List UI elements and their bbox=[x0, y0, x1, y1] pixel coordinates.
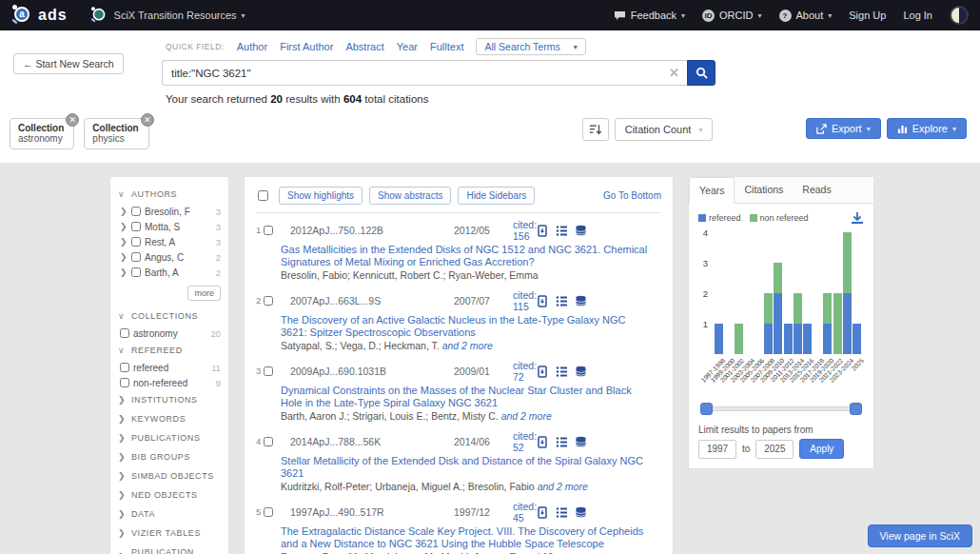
facet-item-rest-a[interactable]: ❯Rest, A3 bbox=[118, 234, 221, 249]
result-cited-link[interactable]: cited: 45 bbox=[513, 501, 537, 524]
slider-handle-min[interactable] bbox=[700, 403, 713, 415]
facet-checkbox[interactable] bbox=[120, 378, 129, 387]
citations-list-icon[interactable] bbox=[556, 225, 568, 237]
start-new-search-button[interactable]: ← Start New Search bbox=[13, 53, 124, 74]
facet-section-vizier-tables[interactable]: ❯VIZIER TABLES bbox=[118, 524, 221, 543]
citations-list-icon[interactable] bbox=[556, 506, 568, 519]
data-products-icon[interactable] bbox=[575, 436, 587, 448]
all-search-terms-select[interactable]: All Search Terms ▾ bbox=[476, 38, 585, 55]
facet-section-simbad-objects[interactable]: ❯SIMBAD OBJECTS bbox=[118, 466, 221, 485]
year-to-input[interactable] bbox=[755, 440, 794, 459]
download-icon[interactable] bbox=[851, 211, 864, 225]
chevron-expanded-icon[interactable]: ∨ bbox=[118, 311, 126, 321]
facet-section-refereed[interactable]: ∨REFEREED bbox=[118, 341, 221, 360]
chevron-right-icon[interactable]: ❯ bbox=[120, 237, 127, 247]
facet-item-astronomy[interactable]: astronomy20 bbox=[118, 326, 221, 341]
result-more-authors-link[interactable]: and 2 more bbox=[442, 340, 493, 351]
citations-list-icon[interactable] bbox=[556, 436, 568, 448]
facet-checkbox[interactable] bbox=[131, 252, 141, 262]
facet-section-authors[interactable]: ∨AUTHORS bbox=[118, 185, 221, 204]
ads-logo[interactable]: a ads bbox=[11, 5, 68, 26]
result-checkbox[interactable] bbox=[264, 226, 273, 235]
clear-search-icon[interactable]: ✕ bbox=[669, 66, 679, 80]
facet-checkbox[interactable] bbox=[131, 267, 141, 277]
slider-handle-max[interactable] bbox=[850, 403, 862, 415]
chevron-right-icon[interactable]: ❯ bbox=[118, 490, 126, 500]
quick-field-first-author[interactable]: First Author bbox=[280, 41, 333, 52]
result-more-authors-link[interactable]: and 2 more bbox=[538, 481, 588, 492]
quick-field-year[interactable]: Year bbox=[397, 41, 418, 52]
result-checkbox[interactable] bbox=[264, 296, 273, 306]
result-cited-link[interactable]: cited: 52 bbox=[513, 430, 537, 453]
result-more-authors-link[interactable]: and 2 more bbox=[501, 410, 552, 422]
chevron-right-icon[interactable]: ❯ bbox=[118, 528, 126, 538]
result-title-link[interactable]: The Discovery of an Active Galactic Nucl… bbox=[281, 314, 661, 338]
quick-field-fulltext[interactable]: Fulltext bbox=[430, 41, 463, 52]
scix-transition-menu[interactable]: SciX Transition Resources ▾ bbox=[88, 5, 245, 26]
facet-checkbox[interactable] bbox=[120, 328, 129, 338]
fulltext-sources-icon[interactable] bbox=[537, 366, 549, 378]
facet-section-collections[interactable]: ∨COLLECTIONS bbox=[118, 307, 221, 326]
sign-up-link[interactable]: Sign Up bbox=[849, 10, 886, 21]
more-authors-button[interactable]: more bbox=[187, 286, 221, 301]
hide-sidebars-button[interactable]: Hide Sidebars bbox=[458, 187, 535, 205]
facet-section-bib-groups[interactable]: ❯BIB GROUPS bbox=[118, 447, 221, 466]
facet-section-publications[interactable]: ❯PUBLICATIONS bbox=[118, 428, 221, 447]
apply-button[interactable]: Apply bbox=[799, 439, 844, 459]
facet-item-motta-s[interactable]: ❯Motta, S3 bbox=[118, 219, 221, 234]
fulltext-sources-icon[interactable] bbox=[537, 506, 549, 519]
sort-field-select[interactable]: Citation Count ▾ bbox=[615, 118, 714, 141]
tab-years[interactable]: Years bbox=[689, 177, 735, 204]
search-button[interactable] bbox=[687, 60, 715, 86]
feedback-menu[interactable]: Feedback ▾ bbox=[614, 10, 685, 21]
facet-item-non-refereed[interactable]: non-refereed9 bbox=[118, 375, 221, 390]
select-all-checkbox[interactable] bbox=[258, 190, 268, 201]
result-checkbox[interactable] bbox=[264, 507, 273, 517]
search-input[interactable] bbox=[162, 60, 687, 86]
chevron-right-icon[interactable]: ❯ bbox=[120, 252, 127, 262]
chevron-right-icon[interactable]: ❯ bbox=[118, 452, 126, 462]
orcid-menu[interactable]: iD ORCID ▾ bbox=[702, 10, 761, 22]
chevron-right-icon[interactable]: ❯ bbox=[120, 207, 127, 216]
facet-item-refereed[interactable]: refereed11 bbox=[118, 360, 221, 375]
facet-section-data[interactable]: ❯DATA bbox=[118, 505, 221, 524]
facet-checkbox[interactable] bbox=[131, 222, 141, 231]
remove-filter-icon[interactable]: ✕ bbox=[141, 113, 154, 127]
go-to-bottom-link[interactable]: Go To Bottom bbox=[603, 190, 661, 201]
chevron-right-icon[interactable]: ❯ bbox=[118, 509, 126, 519]
facet-section-ned-objects[interactable]: ❯NED OBJECTS bbox=[118, 485, 221, 505]
fulltext-sources-icon[interactable] bbox=[537, 295, 549, 307]
facet-section-keywords[interactable]: ❯KEYWORDS bbox=[118, 409, 221, 428]
year-from-input[interactable] bbox=[698, 440, 736, 459]
chevron-right-icon[interactable]: ❯ bbox=[118, 433, 126, 443]
explore-button[interactable]: Explore ▾ bbox=[887, 118, 967, 139]
about-menu[interactable]: ? About ▾ bbox=[779, 10, 833, 22]
fulltext-sources-icon[interactable] bbox=[537, 225, 549, 237]
chevron-right-icon[interactable]: ❯ bbox=[118, 414, 126, 424]
result-cited-link[interactable]: cited: 115 bbox=[513, 289, 537, 312]
facet-section-institutions[interactable]: ❯INSTITUTIONS bbox=[118, 390, 221, 409]
show-highlights-button[interactable]: Show highlights bbox=[279, 187, 363, 205]
result-cited-link[interactable]: cited: 156 bbox=[513, 219, 537, 242]
view-page-in-scix-button[interactable]: View page in SciX bbox=[868, 524, 972, 547]
facet-checkbox[interactable] bbox=[131, 207, 141, 216]
sort-direction-button[interactable] bbox=[582, 118, 609, 141]
data-products-icon[interactable] bbox=[575, 506, 587, 519]
facet-item-angus-c[interactable]: ❯Angus, C2 bbox=[118, 249, 221, 265]
facet-item-bresolin-f[interactable]: ❯Bresolin, F3 bbox=[118, 204, 221, 219]
quick-field-author[interactable]: Author bbox=[237, 41, 267, 52]
chevron-right-icon[interactable]: ❯ bbox=[118, 395, 126, 405]
result-title-link[interactable]: The Extragalactic Distance Scale Key Pro… bbox=[281, 525, 661, 549]
data-products-icon[interactable] bbox=[575, 295, 587, 307]
chevron-right-icon[interactable]: ❯ bbox=[120, 222, 127, 231]
result-checkbox[interactable] bbox=[264, 366, 273, 376]
remove-filter-icon[interactable]: ✕ bbox=[66, 113, 79, 127]
result-title-link[interactable]: Gas Metallicities in the Extended Disks … bbox=[281, 244, 661, 267]
show-abstracts-button[interactable]: Show abstracts bbox=[369, 187, 451, 205]
facet-item-barth-a[interactable]: ❯Barth, A2 bbox=[118, 265, 221, 280]
result-title-link[interactable]: Stellar Metallicity of the Extended Disk… bbox=[281, 455, 661, 479]
result-cited-link[interactable]: cited: 72 bbox=[513, 360, 537, 383]
result-checkbox[interactable] bbox=[264, 437, 273, 446]
chevron-expanded-icon[interactable]: ∨ bbox=[118, 189, 126, 199]
export-button[interactable]: Export ▾ bbox=[806, 118, 881, 139]
